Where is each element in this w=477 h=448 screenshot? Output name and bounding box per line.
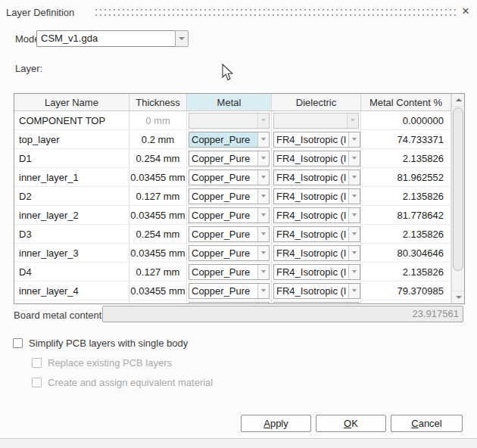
table-row[interactable]: inner_layer_20.03455 mmCopper_PureFR4_Is… <box>14 206 451 225</box>
cell-dropdown-value[interactable]: FR4_Isotropic (I <box>274 284 348 298</box>
cell-dropdown[interactable]: FR4_Isotropic (I <box>273 283 360 299</box>
metal-cell[interactable]: Copper_Pure <box>187 206 272 224</box>
cell-dropdown[interactable]: Copper_Pure <box>189 132 270 148</box>
table-row[interactable]: D20.127 mmCopper_PureFR4_Isotropic (I2.1… <box>14 187 451 206</box>
cell-dropdown-value[interactable]: FR4_Isotropic (I <box>274 151 348 166</box>
chevron-down-icon[interactable] <box>257 227 269 241</box>
metal-cell[interactable]: Copper_Pure <box>187 187 272 205</box>
thickness-cell[interactable]: 0.03455 mm <box>129 168 187 186</box>
dielectric-cell[interactable]: FR4_Isotropic (I <box>272 130 361 148</box>
thickness-cell[interactable]: 0.127 mm <box>129 263 187 281</box>
scroll-down-icon[interactable] <box>452 291 465 303</box>
layer-name-cell[interactable]: COMPONENT TOP <box>14 111 129 129</box>
layer-name-cell[interactable]: inner_layer_4 <box>14 282 129 300</box>
chevron-down-icon[interactable] <box>348 170 360 185</box>
cell-dropdown[interactable]: Copper_Pure <box>189 188 270 204</box>
layer-name-cell[interactable]: top_layer <box>14 130 129 148</box>
cell-dropdown-value[interactable]: FR4_Isotropic (I <box>274 265 348 279</box>
table-row[interactable]: D10.254 mmCopper_PureFR4_Isotropic (I2.1… <box>14 149 451 168</box>
layer-name-cell[interactable]: inner_layer_3 <box>14 244 129 262</box>
table-row[interactable]: inner_layer_10.03455 mmCopper_PureFR4_Is… <box>14 168 451 187</box>
chevron-down-icon[interactable] <box>348 227 360 241</box>
cell-dropdown-value[interactable]: Copper_Pure <box>189 227 257 241</box>
metal-cell[interactable]: Copper_Pure <box>187 130 272 148</box>
cell-dropdown[interactable]: Copper_Pure <box>189 226 270 242</box>
cell-dropdown[interactable]: Copper_Pure <box>189 207 270 223</box>
chevron-down-icon[interactable] <box>257 246 269 260</box>
dielectric-cell[interactable]: FR4_Isotropic (I <box>272 263 361 281</box>
thickness-cell[interactable]: 0.254 mm <box>129 149 187 167</box>
metal-cell[interactable]: Copper_Pure <box>187 244 272 262</box>
dielectric-cell[interactable]: FR4_Isotropic (I <box>272 244 361 262</box>
chevron-down-icon[interactable] <box>348 284 360 298</box>
dielectric-cell[interactable]: FR4_Isotropic (I <box>272 206 361 224</box>
close-icon[interactable]: × <box>458 3 473 20</box>
cell-dropdown[interactable]: FR4_Isotropic (I <box>273 207 360 223</box>
chevron-down-icon[interactable] <box>348 132 360 147</box>
col-header-metal-content[interactable]: Metal Content % <box>361 94 451 110</box>
chevron-down-icon[interactable] <box>348 151 360 166</box>
table-row[interactable]: D40.127 mmCopper_PureFR4_Isotropic (I2.1… <box>14 263 451 282</box>
ok-button[interactable]: OK <box>316 415 386 432</box>
thickness-cell[interactable]: 0.254 mm <box>129 225 187 243</box>
dielectric-cell[interactable]: FR4_Isotropic (I <box>272 149 361 167</box>
table-row[interactable]: top_layer0.2 mmCopper_PureFR4_Isotropic … <box>14 130 451 149</box>
col-header-dielectric[interactable]: Dielectric <box>272 94 361 110</box>
cancel-button[interactable]: Cancel <box>391 415 463 432</box>
scroll-up-icon[interactable] <box>452 94 465 107</box>
dielectric-cell[interactable]: FR4_Isotropic (I <box>272 168 361 186</box>
thickness-cell[interactable]: 0.03455 mm <box>129 282 187 300</box>
metal-cell[interactable]: Copper_Pure <box>187 263 272 281</box>
metal-cell[interactable]: Copper_Pure <box>187 282 272 300</box>
cell-dropdown[interactable]: FR4_Isotropic (I <box>273 245 360 261</box>
chevron-down-icon[interactable] <box>348 189 360 204</box>
scrollbar-thumb[interactable] <box>453 107 463 271</box>
thickness-cell[interactable]: 0.03455 mm <box>129 206 187 224</box>
table-row[interactable]: D30.254 mmCopper_PureFR4_Isotropic (I2.1… <box>14 225 451 244</box>
cell-dropdown-value[interactable]: FR4_Isotropic (I <box>274 170 348 185</box>
cell-dropdown[interactable]: FR4_Isotropic (I <box>273 226 360 242</box>
layer-name-cell[interactable]: inner_layer_2 <box>14 206 129 224</box>
thickness-cell[interactable]: 0.2 mm <box>129 130 187 148</box>
chevron-down-icon[interactable] <box>257 208 269 222</box>
col-header-layer-name[interactable]: Layer Name <box>14 94 129 110</box>
metal-cell[interactable]: Copper_Pure <box>187 168 272 186</box>
cell-dropdown-value[interactable]: FR4_Isotropic (I <box>274 189 348 204</box>
cell-dropdown-value[interactable]: Copper_Pure <box>189 284 257 298</box>
chevron-down-icon[interactable] <box>348 265 360 279</box>
cell-dropdown[interactable]: FR4_Isotropic (I <box>273 264 360 280</box>
chevron-down-icon[interactable] <box>257 284 269 298</box>
checkbox-icon[interactable] <box>13 338 23 348</box>
apply-button[interactable]: Apply <box>241 415 311 432</box>
model-combobox[interactable]: CSM_v1.gda <box>36 30 189 47</box>
cell-dropdown[interactable]: FR4_Isotropic (I <box>273 170 360 185</box>
dielectric-cell[interactable]: FR4_Isotropic (I <box>272 225 361 243</box>
chevron-down-icon[interactable] <box>348 208 360 222</box>
thickness-cell[interactable]: 0.03455 mm <box>129 244 187 262</box>
cell-dropdown[interactable]: Copper_Pure <box>189 151 270 166</box>
cell-dropdown-value[interactable]: FR4_Isotropic (I <box>274 246 348 260</box>
chevron-down-icon[interactable] <box>257 132 269 147</box>
cell-dropdown-value[interactable] <box>274 303 347 304</box>
cell-dropdown[interactable]: FR4_Isotropic (I <box>273 151 360 166</box>
col-header-metal[interactable]: Metal <box>187 94 272 110</box>
checkbox-simplify-pcb[interactable]: Simplify PCB layers with single body <box>13 338 188 349</box>
cell-dropdown[interactable]: Copper_Pure <box>189 245 270 261</box>
chevron-down-icon[interactable] <box>257 189 269 204</box>
cell-dropdown-value[interactable]: Copper_Pure <box>189 246 257 260</box>
model-value[interactable]: CSM_v1.gda <box>36 30 175 47</box>
cell-dropdown[interactable] <box>189 302 270 304</box>
model-dropdown-button[interactable] <box>175 30 189 47</box>
drag-handle[interactable] <box>95 9 456 16</box>
cell-dropdown-value[interactable]: FR4_Isotropic (I <box>274 208 348 222</box>
cell-dropdown[interactable]: Copper_Pure <box>189 170 270 185</box>
cell-dropdown-value[interactable]: Copper_Pure <box>189 189 257 204</box>
layer-name-cell[interactable]: D2 <box>14 187 129 205</box>
cell-dropdown-value[interactable]: Copper_Pure <box>189 265 257 279</box>
cell-dropdown[interactable]: FR4_Isotropic (I <box>273 188 360 204</box>
cell-dropdown[interactable]: FR4_Isotropic (I <box>273 132 360 148</box>
table-row[interactable]: inner_layer_40.03455 mmCopper_PureFR4_Is… <box>14 282 451 300</box>
chevron-down-icon[interactable] <box>348 246 360 260</box>
table-row[interactable]: inner_layer_30.03455 mmCopper_PureFR4_Is… <box>14 244 451 263</box>
table-scrollbar[interactable] <box>451 94 464 303</box>
